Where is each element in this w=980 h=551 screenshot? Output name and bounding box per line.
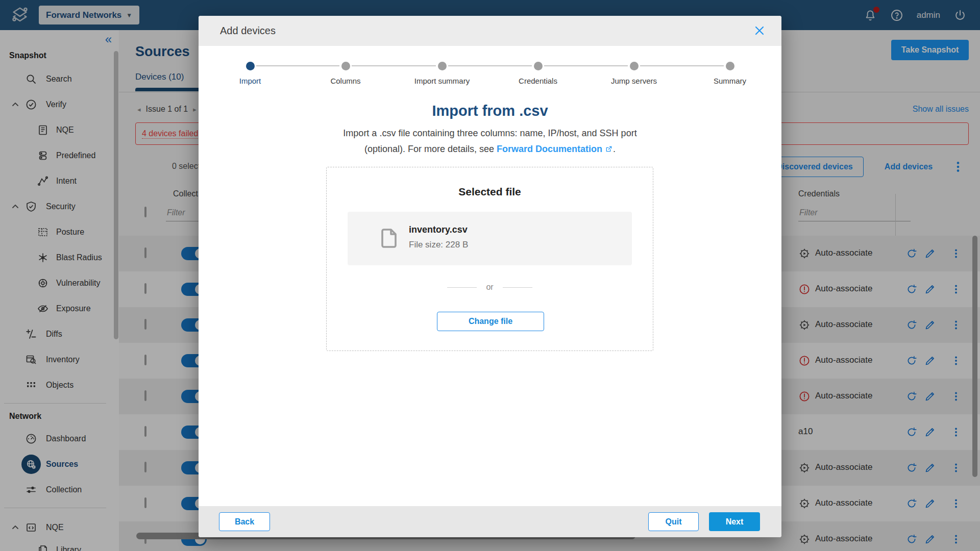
modal-title: Add devices	[220, 25, 276, 37]
stepper-step-import-summary[interactable]: Import summary	[406, 62, 478, 85]
step-dot	[630, 62, 639, 70]
file-size: File size: 228 B	[409, 240, 468, 250]
file-drop-zone: Selected file inventory.csv File size: 2…	[326, 167, 653, 351]
forward-documentation-link[interactable]: Forward Documentation	[497, 144, 613, 154]
step-dot	[438, 62, 447, 70]
stepper-step-summary[interactable]: Summary	[694, 62, 766, 85]
next-button[interactable]: Next	[709, 512, 760, 531]
close-icon[interactable]	[753, 24, 766, 37]
stepper-step-credentials[interactable]: Credentials	[502, 62, 574, 85]
modal-header: Add devices	[199, 16, 781, 46]
change-file-button[interactable]: Change file	[437, 312, 544, 331]
or-divider: or	[327, 283, 653, 292]
modal-heading: Import from .csv	[199, 103, 781, 119]
app-root: Forward Networks ▼ admin	[0, 0, 980, 551]
file-document-icon	[377, 226, 401, 251]
modal-description: Import a .csv file containing three colu…	[327, 126, 653, 157]
selected-file-card: inventory.csv File size: 228 B	[348, 212, 632, 265]
file-name: inventory.csv	[409, 224, 468, 235]
modal-footer: Back Quit Next	[199, 506, 781, 537]
selected-file-heading: Selected file	[327, 186, 653, 198]
stepper-step-import[interactable]: Import	[214, 62, 286, 85]
back-button[interactable]: Back	[219, 512, 270, 531]
step-dot	[341, 62, 350, 70]
quit-button[interactable]: Quit	[648, 512, 699, 531]
external-link-icon	[605, 145, 613, 153]
step-dot	[726, 62, 734, 70]
add-devices-modal: Add devices Import Columns Import summar…	[199, 16, 781, 537]
step-dot-active	[246, 62, 255, 70]
stepper-step-jump-servers[interactable]: Jump servers	[598, 62, 670, 85]
stepper-step-columns[interactable]: Columns	[310, 62, 381, 85]
step-dot	[534, 62, 543, 70]
